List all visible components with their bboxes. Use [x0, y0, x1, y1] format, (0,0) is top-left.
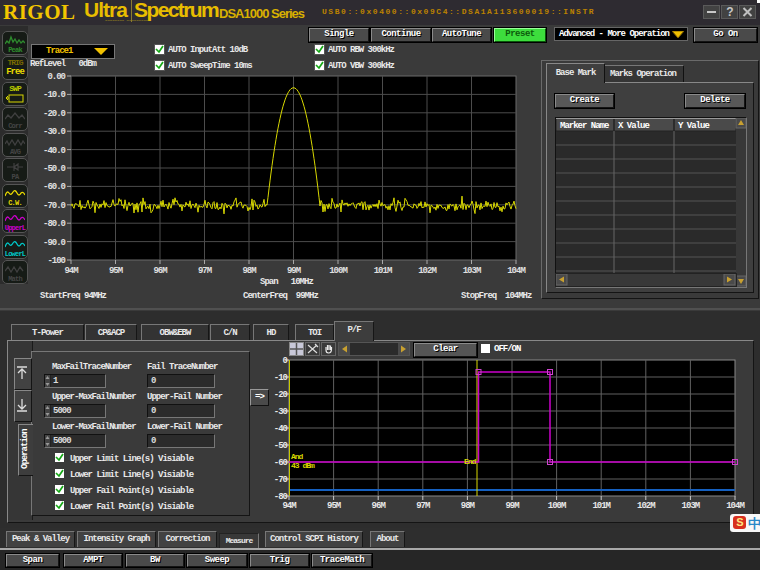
svg-text:-100: -100 — [47, 256, 65, 266]
svg-text:-50: -50 — [274, 441, 288, 451]
svg-text:-70.0: -70.0 — [43, 201, 66, 211]
svg-text:-60.0: -60.0 — [43, 182, 66, 192]
svg-text:-20.0: -20.0 — [43, 109, 66, 119]
svg-text:X Value: X Value — [618, 121, 649, 131]
svg-text:99M: 99M — [287, 266, 301, 276]
svg-text:100M: 100M — [548, 501, 566, 511]
svg-text:-70: -70 — [274, 475, 288, 485]
svg-text:100M: 100M — [329, 266, 347, 276]
svg-text:Y Value: Y Value — [678, 121, 709, 131]
svg-text:104M: 104M — [726, 501, 744, 511]
svg-text:94M: 94M — [64, 266, 78, 276]
svg-text:95M: 95M — [327, 501, 341, 511]
svg-text:-40: -40 — [274, 424, 288, 434]
svg-text:-10: -10 — [274, 373, 288, 383]
svg-text:94M: 94M — [282, 501, 296, 511]
svg-text:43 dBm: 43 dBm — [291, 461, 315, 470]
svg-text:0.00: 0.00 — [47, 72, 65, 82]
svg-text:-30.0: -30.0 — [43, 127, 66, 137]
svg-text:-10.0: -10.0 — [43, 90, 66, 100]
svg-text:96M: 96M — [153, 266, 167, 276]
svg-text:103M: 103M — [682, 501, 700, 511]
svg-text:103M: 103M — [463, 266, 481, 276]
svg-text:Marker Name: Marker Name — [560, 121, 609, 131]
svg-text:98M: 98M — [242, 266, 256, 276]
svg-text:And: And — [291, 452, 304, 461]
svg-text:98M: 98M — [461, 501, 475, 511]
svg-text:102M: 102M — [637, 501, 655, 511]
svg-text:95M: 95M — [109, 266, 123, 276]
svg-text:-30: -30 — [274, 407, 288, 417]
svg-text:97M: 97M — [198, 266, 212, 276]
svg-text:-90.0: -90.0 — [43, 238, 66, 248]
svg-text:99M: 99M — [505, 501, 519, 511]
svg-text:102M: 102M — [418, 266, 436, 276]
svg-text:0: 0 — [283, 356, 288, 366]
svg-text:96M: 96M — [372, 501, 386, 511]
svg-text:End: End — [464, 457, 477, 466]
svg-text:101M: 101M — [374, 266, 392, 276]
svg-text:-80.0: -80.0 — [43, 219, 66, 229]
svg-text:-20: -20 — [274, 390, 288, 400]
svg-text:104M: 104M — [507, 266, 525, 276]
svg-text:101M: 101M — [592, 501, 610, 511]
svg-text:-40.0: -40.0 — [43, 146, 66, 156]
svg-text:-50.0: -50.0 — [43, 164, 66, 174]
svg-text:97M: 97M — [416, 501, 430, 511]
svg-text:-60: -60 — [274, 458, 288, 468]
